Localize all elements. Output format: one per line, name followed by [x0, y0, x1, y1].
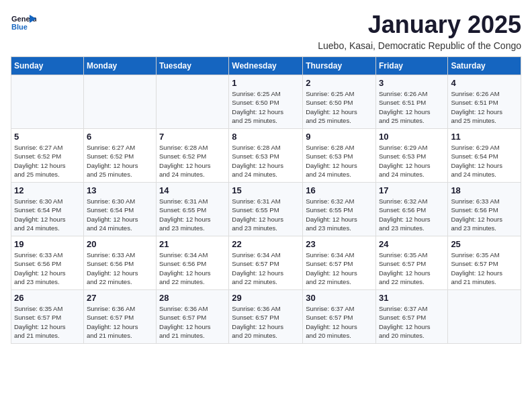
day-number: 17	[379, 185, 445, 195]
day-number: 31	[379, 293, 445, 303]
day-number: 25	[451, 239, 518, 249]
day-number: 14	[159, 185, 226, 195]
day-number: 28	[159, 293, 226, 303]
day-of-week-header: Thursday	[303, 57, 376, 75]
day-number: 6	[87, 132, 153, 142]
calendar-cell: 10Sunrise: 6:29 AM Sunset: 6:53 PM Dayli…	[375, 129, 447, 183]
day-number: 7	[159, 132, 226, 142]
day-info: Sunrise: 6:33 AM Sunset: 6:56 PM Dayligh…	[87, 250, 153, 286]
day-number: 27	[87, 293, 153, 303]
calendar-cell: 19Sunrise: 6:33 AM Sunset: 6:56 PM Dayli…	[11, 236, 84, 290]
calendar-cell: 27Sunrise: 6:36 AM Sunset: 6:57 PM Dayli…	[83, 290, 156, 344]
day-of-week-header: Friday	[375, 57, 447, 75]
day-number: 30	[306, 293, 373, 303]
day-info: Sunrise: 6:36 AM Sunset: 6:57 PM Dayligh…	[87, 304, 153, 340]
day-of-week-header: Tuesday	[157, 57, 229, 75]
day-number: 2	[306, 78, 373, 88]
title-block: January 2025 Luebo, Kasai, Democratic Re…	[318, 11, 521, 51]
day-of-week-header: Monday	[83, 57, 156, 75]
day-number: 13	[87, 185, 153, 195]
calendar-cell: 11Sunrise: 6:29 AM Sunset: 6:54 PM Dayli…	[448, 129, 521, 183]
calendar-cell: 17Sunrise: 6:32 AM Sunset: 6:56 PM Dayli…	[375, 183, 447, 236]
calendar-cell: 23Sunrise: 6:34 AM Sunset: 6:57 PM Dayli…	[303, 236, 376, 290]
day-info: Sunrise: 6:27 AM Sunset: 6:52 PM Dayligh…	[14, 143, 81, 179]
day-of-week-header: Sunday	[11, 57, 84, 75]
month-title: January 2025	[318, 11, 521, 39]
calendar-cell: 20Sunrise: 6:33 AM Sunset: 6:56 PM Dayli…	[83, 236, 156, 290]
calendar-cell: 14Sunrise: 6:31 AM Sunset: 6:55 PM Dayli…	[157, 183, 229, 236]
calendar-cell: 30Sunrise: 6:37 AM Sunset: 6:57 PM Dayli…	[303, 290, 376, 344]
day-info: Sunrise: 6:34 AM Sunset: 6:57 PM Dayligh…	[306, 250, 373, 286]
calendar-cell: 7Sunrise: 6:28 AM Sunset: 6:52 PM Daylig…	[157, 129, 229, 183]
calendar-body: 1Sunrise: 6:25 AM Sunset: 6:50 PM Daylig…	[11, 75, 521, 344]
day-info: Sunrise: 6:37 AM Sunset: 6:57 PM Dayligh…	[379, 304, 445, 340]
calendar-week-row: 1Sunrise: 6:25 AM Sunset: 6:50 PM Daylig…	[11, 75, 521, 129]
calendar-week-row: 12Sunrise: 6:30 AM Sunset: 6:54 PM Dayli…	[11, 183, 521, 236]
day-info: Sunrise: 6:34 AM Sunset: 6:57 PM Dayligh…	[232, 250, 300, 286]
day-info: Sunrise: 6:32 AM Sunset: 6:55 PM Dayligh…	[306, 197, 373, 232]
day-info: Sunrise: 6:33 AM Sunset: 6:56 PM Dayligh…	[14, 250, 81, 286]
calendar-cell: 5Sunrise: 6:27 AM Sunset: 6:52 PM Daylig…	[11, 129, 84, 183]
day-info: Sunrise: 6:36 AM Sunset: 6:57 PM Dayligh…	[232, 304, 300, 340]
calendar-cell: 3Sunrise: 6:26 AM Sunset: 6:51 PM Daylig…	[375, 75, 447, 129]
calendar-cell: 16Sunrise: 6:32 AM Sunset: 6:55 PM Dayli…	[303, 183, 376, 236]
calendar-cell	[83, 75, 156, 129]
day-number: 8	[232, 132, 300, 142]
day-info: Sunrise: 6:31 AM Sunset: 6:55 PM Dayligh…	[159, 197, 226, 232]
calendar-cell	[157, 75, 229, 129]
calendar-cell: 21Sunrise: 6:34 AM Sunset: 6:56 PM Dayli…	[157, 236, 229, 290]
calendar-cell: 29Sunrise: 6:36 AM Sunset: 6:57 PM Dayli…	[229, 290, 303, 344]
calendar-cell: 24Sunrise: 6:35 AM Sunset: 6:57 PM Dayli…	[375, 236, 447, 290]
calendar-cell: 28Sunrise: 6:36 AM Sunset: 6:57 PM Dayli…	[157, 290, 229, 344]
calendar-cell: 4Sunrise: 6:26 AM Sunset: 6:51 PM Daylig…	[448, 75, 521, 129]
calendar-cell: 12Sunrise: 6:30 AM Sunset: 6:54 PM Dayli…	[11, 183, 84, 236]
svg-text:Blue: Blue	[11, 23, 28, 31]
day-number: 23	[306, 239, 373, 249]
day-number: 10	[379, 132, 445, 142]
day-info: Sunrise: 6:28 AM Sunset: 6:52 PM Dayligh…	[159, 143, 226, 179]
day-of-week-header: Saturday	[448, 57, 521, 75]
day-info: Sunrise: 6:25 AM Sunset: 6:50 PM Dayligh…	[306, 89, 373, 125]
calendar-week-row: 19Sunrise: 6:33 AM Sunset: 6:56 PM Dayli…	[11, 236, 521, 290]
calendar-cell: 9Sunrise: 6:28 AM Sunset: 6:53 PM Daylig…	[303, 129, 376, 183]
day-info: Sunrise: 6:29 AM Sunset: 6:54 PM Dayligh…	[451, 143, 518, 179]
calendar-cell: 6Sunrise: 6:27 AM Sunset: 6:52 PM Daylig…	[83, 129, 156, 183]
day-number: 4	[451, 78, 518, 88]
day-info: Sunrise: 6:28 AM Sunset: 6:53 PM Dayligh…	[232, 143, 300, 179]
day-info: Sunrise: 6:35 AM Sunset: 6:57 PM Dayligh…	[451, 250, 518, 286]
calendar-cell	[448, 290, 521, 344]
day-info: Sunrise: 6:28 AM Sunset: 6:53 PM Dayligh…	[306, 143, 373, 179]
calendar-cell: 22Sunrise: 6:34 AM Sunset: 6:57 PM Dayli…	[229, 236, 303, 290]
day-number: 19	[14, 239, 81, 249]
day-info: Sunrise: 6:31 AM Sunset: 6:55 PM Dayligh…	[232, 197, 300, 232]
calendar-cell: 18Sunrise: 6:33 AM Sunset: 6:56 PM Dayli…	[448, 183, 521, 236]
day-number: 5	[14, 132, 81, 142]
day-number: 16	[306, 185, 373, 195]
day-of-week-header: Wednesday	[229, 57, 303, 75]
day-info: Sunrise: 6:29 AM Sunset: 6:53 PM Dayligh…	[379, 143, 445, 179]
calendar-cell: 26Sunrise: 6:35 AM Sunset: 6:57 PM Dayli…	[11, 290, 84, 344]
day-info: Sunrise: 6:37 AM Sunset: 6:57 PM Dayligh…	[306, 304, 373, 340]
calendar-cell: 2Sunrise: 6:25 AM Sunset: 6:50 PM Daylig…	[303, 75, 376, 129]
calendar-week-row: 26Sunrise: 6:35 AM Sunset: 6:57 PM Dayli…	[11, 290, 521, 344]
day-number: 9	[306, 132, 373, 142]
calendar-table: SundayMondayTuesdayWednesdayThursdayFrid…	[11, 56, 521, 344]
day-number: 20	[87, 239, 153, 249]
day-number: 1	[232, 78, 300, 88]
day-info: Sunrise: 6:26 AM Sunset: 6:51 PM Dayligh…	[451, 89, 518, 125]
calendar-week-row: 5Sunrise: 6:27 AM Sunset: 6:52 PM Daylig…	[11, 129, 521, 183]
day-info: Sunrise: 6:33 AM Sunset: 6:56 PM Dayligh…	[451, 197, 518, 232]
calendar-cell: 15Sunrise: 6:31 AM Sunset: 6:55 PM Dayli…	[229, 183, 303, 236]
day-info: Sunrise: 6:26 AM Sunset: 6:51 PM Dayligh…	[379, 89, 445, 125]
day-number: 12	[14, 185, 81, 195]
day-info: Sunrise: 6:30 AM Sunset: 6:54 PM Dayligh…	[87, 197, 153, 232]
day-info: Sunrise: 6:32 AM Sunset: 6:56 PM Dayligh…	[379, 197, 445, 232]
day-info: Sunrise: 6:35 AM Sunset: 6:57 PM Dayligh…	[379, 250, 445, 286]
day-info: Sunrise: 6:27 AM Sunset: 6:52 PM Dayligh…	[87, 143, 153, 179]
day-number: 3	[379, 78, 445, 88]
day-number: 15	[232, 185, 300, 195]
page-header: General Blue January 2025 Luebo, Kasai, …	[11, 11, 521, 51]
day-info: Sunrise: 6:34 AM Sunset: 6:56 PM Dayligh…	[159, 250, 226, 286]
calendar-cell: 8Sunrise: 6:28 AM Sunset: 6:53 PM Daylig…	[229, 129, 303, 183]
day-number: 22	[232, 239, 300, 249]
